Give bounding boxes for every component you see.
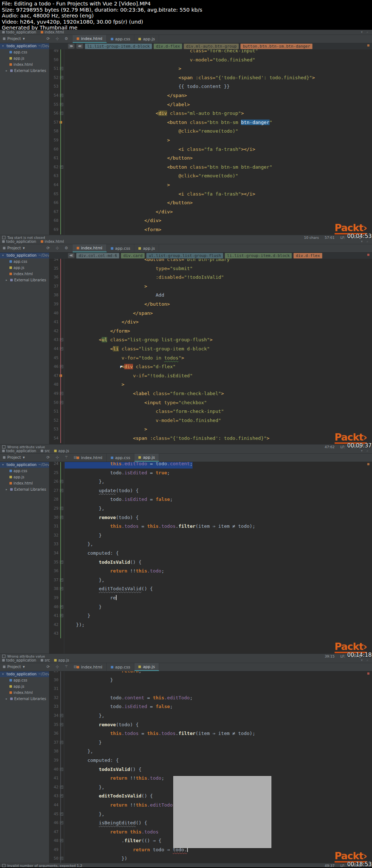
tree-item-app-css[interactable]: app.css (0, 258, 49, 265)
code-line[interactable]: 50−}) (49, 854, 372, 863)
tree-root-row[interactable]: ▾todo_application~/Development/todo_a (0, 43, 49, 49)
code-line[interactable]: 34−}, (49, 711, 372, 720)
code-line[interactable]: 35−remove(todo) { (49, 720, 372, 730)
code-line[interactable]: 32} (49, 531, 372, 540)
tree-item-app-js[interactable]: app.js (0, 55, 49, 61)
code-line[interactable]: 45v-for="todo in todos"> (49, 354, 372, 363)
code-line[interactable]: 29−}, (49, 504, 372, 513)
code-line[interactable]: 43 (49, 629, 372, 638)
code-line[interactable]: 55−</label> (49, 100, 372, 109)
code-line[interactable]: 50v-model="todo.finished" (49, 56, 372, 65)
tree-root-row[interactable]: ▾todo_application~/Development/todo_a (0, 671, 49, 677)
code-line[interactable]: 46−<div class="d-flex" (49, 362, 372, 371)
tab-app.js[interactable]: app.js (134, 35, 159, 43)
breadcrumb-chip[interactable]: div.d-flex (154, 44, 182, 49)
crumb-arrow-button[interactable]: ≪ (76, 44, 83, 49)
code-line[interactable]: 52v-model="todo.finished" (49, 416, 372, 425)
breadcrumb-item[interactable]: todo_application (2, 449, 36, 453)
code-line[interactable]: 63@click="remove(todo)" (49, 172, 372, 181)
code-line[interactable]: 24this.editTodo = todo.content; (49, 462, 372, 469)
code-line[interactable]: 32todo.content = this.editTodo; (49, 694, 372, 703)
code-line[interactable]: 39computed: { (49, 756, 372, 765)
code-line[interactable]: 40−todoIsValid() { (49, 765, 372, 774)
code-line[interactable]: 39re (49, 594, 372, 603)
crumb-arrow-button[interactable]: ≪ (68, 253, 74, 258)
code-line[interactable]: 61</button> (49, 154, 372, 163)
tree-item-index-html[interactable]: index.html (0, 480, 49, 486)
breadcrumb-chip[interactable]: li.list-group-item.d-block (85, 44, 152, 49)
tree-root-row[interactable]: ▾todo_application~/Development/todo_a (0, 252, 49, 258)
code-line[interactable]: 33}, (49, 540, 372, 549)
breadcrumb-item[interactable]: index.html (41, 240, 64, 244)
tree-item-index-html[interactable]: index.html (0, 61, 49, 68)
code-editor[interactable]: 24this.editTodo = todo.content;25todo.is… (49, 462, 372, 654)
code-line[interactable]: 53{{ todo.content }} (49, 82, 372, 91)
code-line[interactable]: 31 (49, 684, 372, 694)
code-line[interactable]: 49−<label class="form-check-label"> (49, 389, 372, 398)
code-line[interactable]: 54−</span> (49, 91, 372, 100)
tab-index.html[interactable]: index.html (73, 454, 107, 462)
code-line[interactable]: 36this.todos = this.todos.filter(item ⇒ … (49, 729, 372, 738)
tree-item-external-libraries[interactable]: ▸External Libraries (0, 68, 49, 74)
code-line[interactable]: 41−} (49, 611, 372, 620)
code-line[interactable]: 28todo.isEdited = false; (49, 495, 372, 504)
code-line[interactable]: 31this.todos = this.todos.filter(item ⇒ … (49, 522, 372, 531)
tree-item-app-js[interactable]: app.js (0, 474, 49, 480)
code-line[interactable]: 54<span :class="{'todo-finished': todo.f… (49, 434, 372, 443)
breadcrumb-chip[interactable]: div.d-flex (294, 253, 322, 258)
navbar-tool-icons[interactable]: ▾ ⌕ (361, 240, 370, 244)
breadcrumb-chip[interactable]: div.col.col-md-6 (76, 253, 119, 258)
code-line[interactable]: 69<form> (49, 225, 372, 234)
code-line[interactable]: 65<i class="fa fa-trash"></i> (49, 190, 372, 199)
code-line[interactable]: 43−<ul class="list-group list-group-flus… (49, 335, 372, 345)
project-tool-window-button[interactable]: Project▾ (3, 36, 25, 41)
code-line[interactable]: 58@click="remove(todo)" (49, 127, 372, 136)
crumb-arrow-button[interactable]: ≫ (68, 44, 74, 49)
breadcrumb-item[interactable]: src (41, 449, 50, 453)
navbar-tool-icons[interactable]: ▾ ⌕ (361, 30, 370, 34)
code-line[interactable]: 37−} (49, 738, 372, 747)
project-tool-window-button[interactable]: Project▾ (3, 246, 25, 250)
code-line[interactable]: 25todo.isEdited = true; (49, 469, 372, 478)
tree-item-external-libraries[interactable]: ▸External Libraries (0, 696, 49, 702)
code-line[interactable]: 35type="submit" (49, 264, 372, 273)
navbar-tool-icons[interactable]: ▾ ⌕ (361, 658, 370, 662)
code-line[interactable]: 44−<li class="list-group-item d-block" (49, 345, 372, 354)
code-line[interactable]: 53> (49, 425, 372, 434)
code-line[interactable]: 51class="form-check-input" (49, 407, 372, 416)
code-line[interactable]: 64> (49, 181, 372, 190)
tab-index.html[interactable]: index.html (73, 35, 107, 43)
tree-root-row[interactable]: ▾todo_application~/Development/todo_a (0, 462, 49, 468)
code-line[interactable]: 38Add (49, 291, 372, 300)
breadcrumb-item[interactable]: todo_application (2, 240, 36, 244)
code-line[interactable]: 30} (49, 676, 372, 685)
code-editor[interactable]: ≫≪li.list-group-item.d-blockdiv.d-flexdi… (49, 43, 372, 235)
tree-item-app-js[interactable]: app.js (0, 265, 49, 271)
breadcrumb-chip[interactable]: button.btn.btn-sm.btn-danger (240, 44, 312, 49)
tree-item-external-libraries[interactable]: ▸External Libraries (0, 277, 49, 283)
code-line[interactable]: 42}); (49, 620, 372, 630)
breadcrumb-item[interactable]: app.js (54, 449, 69, 453)
code-line[interactable]: 68</div> (49, 216, 372, 225)
code-line[interactable]: 26−}, (49, 477, 372, 486)
code-line[interactable]: 42</form> (49, 327, 372, 336)
tab-app.css[interactable]: app.css (107, 454, 135, 462)
navbar-tool-icons[interactable]: ▾ ⌕ (361, 449, 370, 453)
breadcrumb-item[interactable]: todo_application (2, 30, 36, 34)
tab-app.css[interactable]: app.css (107, 35, 135, 43)
project-tool-window-button[interactable]: Project▾ (3, 455, 25, 460)
breadcrumb-item[interactable]: index.html (41, 30, 64, 34)
code-line[interactable]: 66</button> (49, 198, 372, 208)
code-line[interactable]: 39</button> (49, 300, 372, 309)
tree-item-app-css[interactable]: app.css (0, 677, 49, 683)
code-line[interactable]: 52−<span :class="{'todo-finished': todo.… (49, 73, 372, 83)
code-line[interactable]: 36:disabled="!todoIsValid" (49, 273, 372, 282)
tree-item-index-html[interactable]: index.html (0, 271, 49, 277)
code-line[interactable]: 27−update(todo) { (49, 486, 372, 495)
tab-index.html[interactable]: index.html (73, 663, 107, 671)
code-line[interactable]: 41</div> (49, 318, 372, 327)
code-line[interactable]: 40</span> (49, 309, 372, 318)
breadcrumb-item[interactable]: src (41, 658, 50, 662)
code-line[interactable]: 48> (49, 380, 372, 389)
breadcrumb-chip[interactable]: li.list-group-item.d-block (225, 253, 292, 258)
